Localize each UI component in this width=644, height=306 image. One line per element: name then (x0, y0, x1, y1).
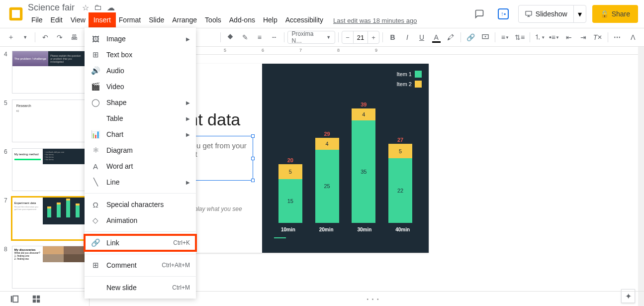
chart-bar: 29 4 25 (315, 131, 339, 223)
menu-insert[interactable]: Insert (90, 14, 114, 26)
insert-menu-video[interactable]: 🎬 Video (85, 79, 196, 95)
last-edit-link[interactable]: Last edit was 18 minutes ago (333, 17, 417, 24)
font-size-stepper[interactable]: − + (342, 31, 379, 44)
insert-menu-comment[interactable]: ⊞ Comment Ctrl+Alt+M (85, 257, 196, 273)
italic-button[interactable]: I (400, 30, 414, 44)
resize-handle[interactable] (251, 179, 255, 182)
print-button[interactable]: 🖶 (68, 30, 81, 44)
indent-button[interactable]: ⇥ (576, 30, 590, 44)
svg-rect-9 (33, 299, 36, 302)
menu-item-label: Table (106, 114, 180, 122)
menu-item-label: Diagram (106, 146, 190, 154)
insert-menu-audio[interactable]: 🔊 Audio (85, 63, 196, 79)
insert-menu-animation[interactable]: ◇ Animation (85, 212, 196, 228)
filmstrip-view-icon[interactable] (10, 295, 19, 304)
size-plus[interactable]: + (368, 34, 379, 41)
menu-file[interactable]: File (28, 14, 46, 26)
more-options-button[interactable]: ⋯ (611, 30, 625, 44)
numbered-list-button[interactable]: ⒈▼ (533, 30, 547, 44)
svg-rect-7 (33, 295, 36, 298)
comments-icon[interactable] (470, 5, 488, 23)
align-button[interactable]: ≡▼ (498, 30, 512, 44)
bar-chart: 20 5 1529 4 2539 4 3527 5 22 (269, 84, 422, 223)
menu-view[interactable]: View (67, 14, 89, 26)
menu-item-icon: 🔗 (91, 238, 100, 247)
fill-color-button[interactable] (224, 30, 237, 44)
insert-menu-chart[interactable]: 📊 Chart ▶ (85, 126, 196, 142)
cloud-icon[interactable]: ☁ (107, 3, 115, 12)
slide-thumbnail-7[interactable]: Experiment dataRecord the information yo… (12, 197, 85, 240)
border-color-button[interactable]: ✎ (238, 30, 252, 44)
insert-menu-word-art[interactable]: A Word art (85, 158, 196, 174)
chart-x-label: 30min (357, 227, 371, 232)
insert-menu-shape[interactable]: ◯ Shape ▶ (85, 95, 196, 110)
new-slide-dropdown[interactable]: ▼ (18, 30, 32, 44)
insert-menu-diagram[interactable]: ⚛ Diagram (85, 142, 196, 158)
present-up-icon[interactable]: ↑▪ (494, 5, 512, 23)
svg-rect-3 (526, 11, 532, 15)
text-color-button[interactable]: A (430, 30, 443, 44)
move-icon[interactable]: 🗀 (94, 3, 102, 12)
insert-menu-image[interactable]: 🖼 Image ▶ (85, 31, 196, 47)
slide-thumbnail-8[interactable]: My discoveriesWhat did you discover?1. f… (12, 246, 85, 289)
filmstrip[interactable]: 4The problem / challengePlease explain t… (0, 47, 90, 306)
doc-title[interactable]: Science fair (28, 2, 75, 13)
menu-item-icon: 🎬 (91, 82, 100, 91)
menu-help[interactable]: Help (260, 14, 281, 26)
menu-slide[interactable]: Slide (145, 14, 168, 26)
menu-item-label: Animation (106, 216, 190, 224)
star-icon[interactable]: ☆ (82, 3, 89, 12)
slideshow-button[interactable]: Slideshow (519, 10, 573, 18)
menu-format[interactable]: Format (115, 14, 144, 26)
insert-comment-button[interactable] (478, 30, 492, 44)
bulleted-list-button[interactable]: •≡▼ (548, 30, 561, 44)
redo-button[interactable]: ↷ (53, 30, 67, 44)
slide-thumbnail-6[interactable]: My testing method• methods did you use• … (12, 148, 85, 191)
menu-item-label: Shape (106, 99, 180, 106)
menu-edit[interactable]: Edit (47, 14, 66, 26)
menu-tools[interactable]: Tools (201, 14, 225, 26)
clear-formatting-button[interactable]: T✕ (591, 30, 604, 44)
highlight-color-button[interactable]: 🖍 (444, 30, 458, 44)
underline-button[interactable]: U (415, 30, 428, 44)
app-logo[interactable] (6, 4, 26, 24)
submenu-arrow-icon: ▶ (186, 132, 190, 137)
resize-handle[interactable] (251, 157, 255, 160)
menu-accessibility[interactable]: Accessibility (282, 14, 327, 26)
insert-link-button[interactable]: 🔗 (464, 30, 477, 44)
menu-arrange[interactable]: Arrange (169, 14, 200, 26)
slide-number: 6 (4, 148, 9, 191)
border-weight-button[interactable]: ≡ (253, 30, 266, 44)
outdent-button[interactable]: ⇤ (562, 30, 575, 44)
line-spacing-button[interactable]: ⇅≡ (513, 30, 527, 44)
menu-item-icon: ◇ (91, 216, 100, 225)
grid-view-icon[interactable] (32, 295, 41, 304)
insert-menu-new-slide[interactable]: New slide Ctrl+M (85, 280, 196, 296)
insert-menu-table[interactable]: Table ▶ (85, 110, 196, 126)
vertical-scrollbar[interactable] (638, 47, 644, 306)
menu-item-label: Comment (106, 261, 156, 269)
menu-item-label: Special characters (106, 201, 190, 208)
font-family-picker[interactable]: Proxima N…▼ (287, 31, 336, 44)
slideshow-dropdown[interactable]: ▾ (573, 5, 586, 22)
bold-button[interactable]: B (386, 30, 399, 44)
chart-x-label: 20min (319, 227, 334, 232)
new-slide-button[interactable]: ＋ (4, 30, 17, 44)
chart-x-label: 40min (395, 227, 410, 232)
resize-handle[interactable] (251, 134, 255, 138)
insert-menu-text-box[interactable]: ⊞ Text box (85, 47, 196, 63)
slide-thumbnail-5[interactable]: Research#2 (12, 100, 85, 142)
insert-menu-link[interactable]: 🔗 Link Ctrl+K (85, 235, 196, 251)
slide-thumbnail-4[interactable]: The problem / challengePlease explain th… (12, 51, 85, 94)
undo-button[interactable]: ↶ (38, 30, 52, 44)
menu-add-ons[interactable]: Add-ons (226, 14, 259, 26)
chart-panel[interactable]: Item 1Item 2 20 5 1529 4 2539 4 3527 5 2… (262, 64, 429, 253)
collapse-toolbar-button[interactable]: ᐱ (627, 30, 640, 44)
insert-menu-line[interactable]: ╲ Line ▶ (85, 174, 196, 190)
font-size-input[interactable] (353, 31, 368, 43)
insert-menu-special-characters[interactable]: Ω Special characters (85, 197, 196, 212)
menu-item-icon: ◯ (91, 98, 100, 107)
size-minus[interactable]: − (342, 34, 353, 41)
border-dash-button[interactable]: ╌ (267, 30, 280, 44)
share-button[interactable]: 🔒 Share (592, 5, 638, 23)
